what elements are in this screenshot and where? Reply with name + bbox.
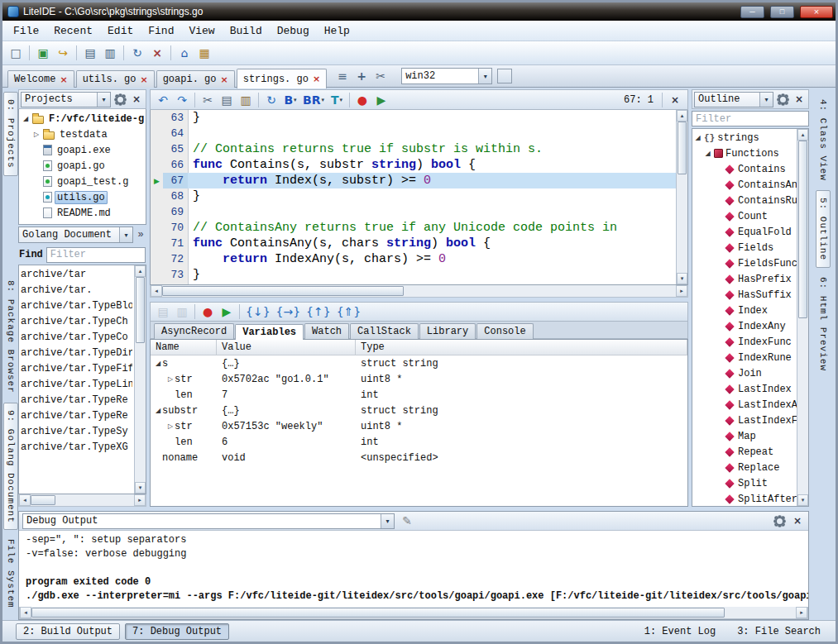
scroll-up-icon[interactable]: ▴ (797, 129, 808, 141)
outline-item[interactable]: IndexFunc (692, 334, 797, 350)
doc-list-item[interactable]: archive/tar.TypeSy (21, 423, 132, 439)
menu-item-recent[interactable]: Recent (46, 23, 100, 39)
target-environment-combo[interactable]: win32 ▾ (401, 68, 492, 84)
open-folder-icon[interactable]: ▣ (34, 44, 52, 62)
menu-item-view[interactable]: View (181, 23, 222, 39)
side-tab-5-outline[interactable]: 5: Outline (816, 190, 831, 268)
copy-icon[interactable]: ▤ (218, 91, 236, 109)
outline-filter-input[interactable] (692, 111, 809, 126)
outline-item[interactable]: Repeat (692, 444, 797, 460)
menu-item-debug[interactable]: Debug (270, 23, 317, 39)
build-config-icon[interactable]: ▦ (195, 44, 213, 62)
doc-list-item[interactable]: archive/tar.TypeXG (21, 439, 132, 455)
code-text[interactable]: func ContainsAny(s, chars string) bool { (188, 236, 676, 251)
debug-output-text[interactable]: -sep=", ": setup separators-v=false: ver… (19, 531, 808, 607)
stop-debug-icon[interactable]: ● (199, 303, 217, 321)
vars-column-value[interactable]: Value (217, 340, 356, 355)
record-log-icon[interactable]: ▥ (173, 303, 191, 321)
dropdown-arrow-icon[interactable]: ▾ (119, 227, 132, 242)
debug-arrow-marker[interactable] (151, 220, 163, 236)
code-editor[interactable]: 63}6465// Contains returns true if subst… (150, 110, 688, 285)
outline-item[interactable]: Map (692, 428, 797, 444)
menu-item-build[interactable]: Build (223, 23, 270, 39)
tab-close-icon[interactable]: × (313, 74, 320, 83)
dropdown-arrow-icon[interactable]: ▾ (478, 69, 491, 83)
outline-item[interactable]: ContainsRun (692, 193, 797, 208)
editor-vscrollbar[interactable]: ▴▾ (676, 110, 687, 284)
redo-icon[interactable]: ↷ (173, 91, 191, 109)
debug-output-menu-button[interactable] (772, 513, 787, 528)
debug-output-hscrollbar[interactable]: ◂▸ (19, 607, 808, 619)
var-expand-icon[interactable]: ◢ (154, 407, 162, 414)
doc-list-vscrollbar[interactable]: ▴▾ (134, 265, 146, 494)
step-into-icon[interactable]: {↓} (243, 303, 273, 321)
scroll-thumb[interactable] (678, 122, 687, 174)
outline-item[interactable]: SplitAfter (692, 491, 797, 506)
line-number[interactable]: 69 (163, 204, 188, 220)
line-number[interactable]: 71 (163, 236, 188, 251)
outline-item[interactable]: Fields (692, 240, 797, 255)
debug-arrow-marker[interactable] (151, 204, 163, 220)
code-text[interactable]: } (188, 110, 676, 126)
home-icon[interactable]: ⌂ (175, 44, 194, 62)
debug-tab-callstack[interactable]: CallStack (350, 323, 419, 339)
code-text[interactable]: } (188, 267, 676, 283)
new-file-icon[interactable]: □ (7, 44, 25, 62)
golang-document-combo[interactable]: Golang Document ▾ (18, 227, 133, 243)
line-number[interactable]: 66 (163, 157, 188, 173)
tab-close-icon[interactable]: × (140, 75, 147, 84)
step-over-icon[interactable]: {→} (274, 303, 304, 321)
tab-strings-go[interactable]: strings. go× (237, 69, 327, 88)
tab-welcome[interactable]: Welcome× (7, 70, 74, 88)
outline-item[interactable]: Split (692, 475, 797, 491)
outline-item[interactable]: ◢{}strings (692, 130, 797, 145)
line-number[interactable]: 65 (163, 141, 188, 157)
outline-close-button[interactable]: × (792, 92, 807, 107)
tab-utils-go[interactable]: utils. go× (76, 70, 155, 88)
vars-column-name[interactable]: Name (151, 340, 217, 355)
scroll-up-icon[interactable]: ▴ (135, 265, 146, 277)
outline-menu-button[interactable] (775, 92, 790, 107)
open-recent-icon[interactable]: ↪ (54, 44, 72, 62)
scroll-down-icon[interactable]: ▾ (677, 273, 687, 284)
side-tab-6-html-preview[interactable]: 6: Html Preview (816, 270, 831, 379)
outline-item[interactable]: HasPrefix (692, 271, 797, 287)
outline-item[interactable]: EqualFold (692, 224, 797, 240)
scroll-thumb[interactable] (31, 495, 55, 505)
variable-row[interactable]: ◢substr{…}struct string (151, 403, 687, 418)
tab-list-icon[interactable]: ≡ (333, 67, 352, 85)
doc-list-item[interactable]: archive/tar.TypeDir (21, 345, 132, 360)
scroll-right-icon[interactable]: ▸ (676, 285, 687, 297)
variable-row[interactable]: nonamevoid<unspecified> (151, 450, 687, 465)
save-all-icon[interactable]: ▥ (101, 44, 119, 62)
edit-environment-button[interactable] (497, 69, 512, 83)
code-text[interactable]: // ContainsAny returns true if any Unico… (188, 220, 676, 236)
line-number[interactable]: 73 (163, 267, 188, 283)
editor-close-button[interactable]: × (666, 91, 684, 109)
outline-item[interactable]: Replace (692, 460, 797, 475)
debug-arrow-marker[interactable] (151, 188, 163, 204)
outline-item[interactable]: LastIndexFu (692, 413, 797, 428)
doc-list-hscrollbar[interactable]: ◂▸ (18, 494, 146, 507)
status-button-1-event-log[interactable]: 1: Event Log (638, 624, 722, 639)
debug-start-icon[interactable]: ▶ (372, 91, 390, 109)
scroll-right-icon[interactable]: ▸ (796, 607, 807, 618)
debug-arrow-marker[interactable] (151, 110, 163, 126)
close-tab-icon[interactable]: ✂ (371, 67, 390, 85)
test-menu-button[interactable]: T▾ (328, 91, 346, 109)
paste-icon[interactable]: ▥ (237, 91, 255, 109)
code-text[interactable]: // Contains returns true if substr is wi… (188, 141, 676, 157)
doc-list-item[interactable]: archive/tar.TypeCo (21, 329, 132, 345)
line-number[interactable]: 67 (163, 173, 188, 188)
variable-row[interactable]: ▷str0x5702ac "go1.0.1"uint8 * (151, 371, 687, 387)
outline-item[interactable]: Count (692, 208, 797, 224)
debug-arrow-marker[interactable] (151, 267, 163, 283)
outline-item[interactable]: Join (692, 365, 797, 381)
doc-list-item[interactable]: archive/tar.TypeLin (21, 376, 132, 392)
menu-item-help[interactable]: Help (317, 23, 357, 39)
debug-arrow-marker[interactable]: ▶ (151, 173, 163, 188)
outline-item[interactable]: IndexAny (692, 318, 797, 334)
debug-arrow-marker[interactable] (151, 126, 163, 141)
clear-output-button[interactable]: ✎ (398, 512, 416, 530)
projects-combo[interactable]: Projects ▾ (21, 92, 111, 107)
